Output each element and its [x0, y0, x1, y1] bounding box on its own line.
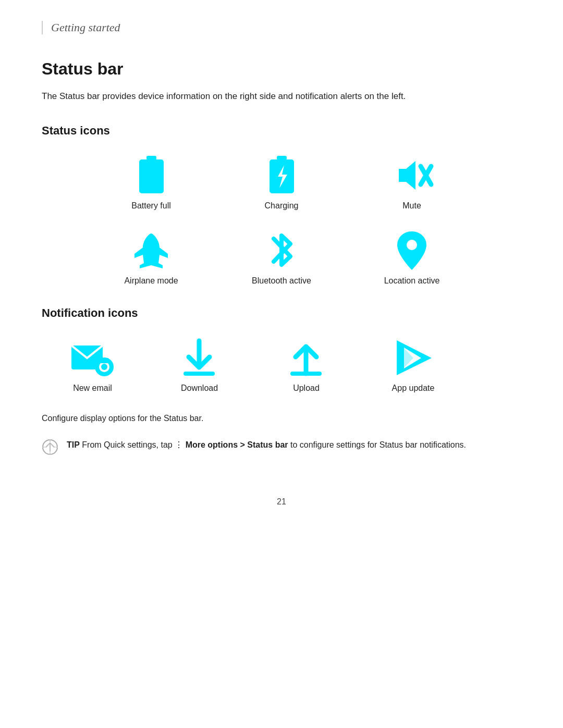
svg-point-8: [407, 240, 417, 250]
status-icon-battery-full: Battery full: [96, 154, 206, 211]
download-label: Download: [181, 384, 218, 393]
tip-box: TIP From Quick settings, tap ⋮ More opti…: [42, 438, 521, 455]
svg-point-12: [101, 364, 107, 370]
status-icons-row-1: Battery full Charging Mut: [42, 154, 521, 223]
notification-icons-title: Notification icons: [42, 306, 521, 320]
status-icon-bluetooth: Bluetooth active: [227, 229, 336, 286]
notif-icon-upload: Upload: [255, 337, 357, 393]
status-icon-charging: Charging: [227, 154, 336, 211]
svg-marker-5: [399, 161, 415, 190]
tip-bold-text: More options > Status bar: [186, 440, 288, 449]
notification-icons-row: New email Download Upload: [42, 337, 521, 405]
location-label: Location active: [384, 276, 440, 286]
tip-dots: ⋮: [175, 440, 185, 449]
airplane-label: Airplane mode: [124, 276, 178, 286]
mute-icon: [391, 154, 433, 196]
breadcrumb-label: Getting started: [51, 21, 120, 34]
page-number: 21: [42, 497, 521, 507]
breadcrumb: Getting started: [42, 21, 521, 34]
new-email-icon: [72, 337, 114, 378]
mute-label: Mute: [402, 201, 421, 211]
airplane-icon: [130, 229, 172, 271]
upload-icon: [286, 337, 327, 378]
bluetooth-label: Bluetooth active: [252, 276, 311, 286]
tip-paragraph: TIP From Quick settings, tap ⋮ More opti…: [67, 438, 466, 452]
tip-text-1: From Quick settings, tap: [80, 440, 175, 449]
download-icon: [179, 337, 221, 378]
configure-text: Configure display options for the Status…: [42, 414, 521, 423]
svg-rect-13: [100, 358, 109, 363]
tip-text-2: to configure settings for Status bar not…: [288, 440, 467, 449]
status-icon-mute: Mute: [357, 154, 467, 211]
svg-line-23: [50, 443, 54, 447]
bluetooth-icon: [261, 229, 302, 271]
tip-label: TIP: [67, 440, 80, 449]
status-icons-title: Status icons: [42, 124, 521, 138]
new-email-label: New email: [73, 384, 112, 393]
svg-rect-0: [146, 156, 156, 160]
battery-full-icon: [130, 154, 172, 196]
upload-label: Upload: [293, 384, 320, 393]
notif-icon-new-email: New email: [42, 337, 143, 393]
svg-line-22: [46, 443, 50, 447]
svg-rect-2: [277, 156, 287, 160]
svg-rect-1: [139, 159, 164, 193]
battery-full-label: Battery full: [131, 201, 171, 211]
page-title: Status bar: [42, 59, 521, 79]
page-description: The Status bar provides device informati…: [42, 89, 521, 103]
charging-icon: [261, 154, 302, 196]
location-icon: [391, 229, 433, 271]
app-update-label: App update: [392, 384, 435, 393]
charging-label: Charging: [265, 201, 299, 211]
status-icon-location: Location active: [357, 229, 467, 286]
status-icons-row-2: Airplane mode Bluetooth active Location …: [42, 229, 521, 298]
notif-icon-app-update: App update: [362, 337, 464, 393]
notif-icon-download: Download: [149, 337, 250, 393]
app-update-icon: [393, 337, 434, 378]
tip-icon: [42, 439, 58, 455]
status-icon-airplane: Airplane mode: [96, 229, 206, 286]
